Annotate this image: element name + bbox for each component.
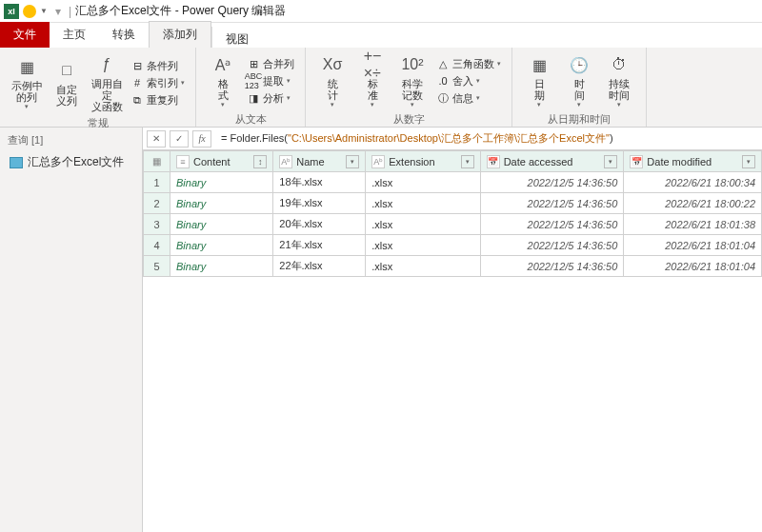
- filter-icon[interactable]: ▾: [604, 155, 617, 168]
- column-from-examples-button[interactable]: ▦示例中的列▾: [8, 51, 46, 114]
- ribbon-tabs: 文件 主页 转换 添加列 视图: [0, 23, 762, 48]
- cell-name[interactable]: 22年.xlsx: [273, 256, 366, 277]
- info-button[interactable]: ⓘ信息▾: [433, 90, 504, 107]
- cell-modified[interactable]: 2022/6/21 18:00:22: [624, 193, 762, 214]
- content-area: 查询 [1] 汇总多个Excel文件 ✕ ✓ fx = Folder.Files…: [0, 128, 762, 532]
- separator: ▾: [55, 5, 61, 18]
- query-name: 汇总多个Excel文件: [28, 154, 124, 170]
- face-icon[interactable]: [23, 5, 36, 18]
- filter-icon[interactable]: ▾: [346, 155, 359, 168]
- conditional-column-button[interactable]: ⊟条件列: [128, 58, 188, 74]
- trig-button[interactable]: △三角函数▾: [433, 56, 504, 72]
- time-button[interactable]: 🕒时间▾: [560, 51, 598, 110]
- cell-modified[interactable]: 2022/6/21 18:01:38: [624, 214, 762, 235]
- tab-home[interactable]: 主页: [50, 22, 99, 48]
- parse-button[interactable]: ◨分析▾: [244, 90, 297, 107]
- column-header-extension[interactable]: AᵇExtension▾: [366, 151, 480, 172]
- cell-name[interactable]: 20年.xlsx: [273, 214, 366, 235]
- cell-extension[interactable]: .xlsx: [366, 256, 480, 277]
- formula-bar: ✕ ✓ fx = Folder.Files("C:\Users\Administ…: [143, 128, 762, 150]
- query-item[interactable]: 汇总多个Excel文件: [8, 151, 134, 173]
- duplicate-column-button[interactable]: ⧉重复列: [128, 92, 188, 108]
- cell-content[interactable]: Binary: [170, 193, 273, 214]
- cell-accessed[interactable]: 2022/12/5 14:36:50: [480, 235, 624, 256]
- custom-column-button[interactable]: □自定义列: [48, 51, 86, 114]
- group-label: 从日期和时间: [520, 110, 638, 127]
- cell-accessed[interactable]: 2022/12/5 14:36:50: [480, 214, 624, 235]
- tab-view[interactable]: 视图: [211, 27, 262, 48]
- excel-icon: xI: [4, 4, 19, 19]
- cell-extension[interactable]: .xlsx: [366, 193, 480, 214]
- table-row[interactable]: 2Binary19年.xlsx.xlsx2022/12/5 14:36:5020…: [144, 193, 762, 214]
- qat-dropdown-icon[interactable]: ▼: [40, 7, 48, 15]
- table-row[interactable]: 5Binary22年.xlsx.xlsx2022/12/5 14:36:5020…: [144, 256, 762, 277]
- group-from-datetime: ▦日期▾ 🕒时间▾ ⏱持续时间▾ 从日期和时间: [512, 48, 647, 127]
- cell-modified[interactable]: 2022/6/21 18:01:04: [624, 256, 762, 277]
- row-number: 2: [144, 193, 170, 214]
- format-icon: Aᵃ: [211, 53, 234, 76]
- group-from-text: Aᵃ格式▾ ⊞合并列 ABC123提取▾ ◨分析▾ 从文本: [196, 48, 306, 127]
- group-from-number: Xσ统计▾ +−×÷标准▾ 10²科学记数▾ △三角函数▾ .0舍入▾ ⓘ信息▾…: [306, 48, 512, 127]
- trig-icon: △: [436, 57, 450, 70]
- cell-accessed[interactable]: 2022/12/5 14:36:50: [480, 256, 624, 277]
- cell-name[interactable]: 21年.xlsx: [273, 235, 366, 256]
- binary-type-icon: ≡: [176, 155, 190, 168]
- column-header-content[interactable]: ≡Content↕: [170, 151, 273, 172]
- table-row[interactable]: 4Binary21年.xlsx.xlsx2022/12/5 14:36:5020…: [144, 235, 762, 256]
- cancel-button[interactable]: ✕: [147, 130, 166, 148]
- table-row[interactable]: 3Binary20年.xlsx.xlsx2022/12/5 14:36:5020…: [144, 214, 762, 235]
- time-icon: 🕒: [568, 53, 591, 76]
- corner-cell[interactable]: ▦: [144, 151, 170, 172]
- column-header-name[interactable]: AᵇName▾: [273, 151, 366, 172]
- extract-button[interactable]: ABC123提取▾: [244, 73, 297, 89]
- expand-icon[interactable]: ↕: [253, 155, 267, 168]
- queries-pane: 查询 [1] 汇总多个Excel文件: [0, 128, 143, 532]
- merge-columns-button[interactable]: ⊞合并列: [244, 56, 297, 72]
- round-icon: .0: [436, 74, 450, 88]
- fx-icon[interactable]: fx: [192, 130, 211, 148]
- cell-modified[interactable]: 2022/6/21 18:00:34: [624, 172, 762, 193]
- cell-name[interactable]: 18年.xlsx: [273, 172, 366, 193]
- cell-extension[interactable]: .xlsx: [366, 214, 480, 235]
- cell-content[interactable]: Binary: [170, 256, 273, 277]
- confirm-button[interactable]: ✓: [170, 130, 189, 148]
- cell-content[interactable]: Binary: [170, 235, 273, 256]
- tab-transform[interactable]: 转换: [99, 22, 149, 48]
- filter-icon[interactable]: ▾: [461, 155, 474, 168]
- data-grid[interactable]: ▦ ≡Content↕ AᵇName▾ AᵇExtension▾ 📅Date a…: [143, 150, 762, 532]
- scientific-button[interactable]: 10²科学记数▾: [393, 51, 431, 110]
- date-button[interactable]: ▦日期▾: [520, 51, 558, 110]
- index-column-button[interactable]: #索引列▾: [128, 75, 188, 91]
- date-icon: ▦: [528, 53, 551, 76]
- standard-button[interactable]: +−×÷标准▾: [353, 51, 391, 110]
- index-icon: #: [130, 76, 144, 89]
- column-header-modified[interactable]: 📅Date modified▾: [624, 151, 762, 172]
- duration-button[interactable]: ⏱持续时间▾: [600, 51, 638, 110]
- std-icon: +−×÷: [361, 53, 384, 76]
- cell-content[interactable]: Binary: [170, 214, 273, 235]
- cell-modified[interactable]: 2022/6/21 18:01:04: [624, 235, 762, 256]
- tab-file[interactable]: 文件: [0, 22, 50, 48]
- format-button[interactable]: Aᵃ格式▾: [204, 51, 242, 110]
- sci-icon: 10²: [401, 53, 424, 76]
- cell-accessed[interactable]: 2022/12/5 14:36:50: [480, 193, 624, 214]
- merge-icon: ⊞: [247, 57, 260, 70]
- invoke-function-button[interactable]: ƒ调用自定义函数: [88, 51, 126, 114]
- cell-extension[interactable]: .xlsx: [366, 172, 480, 193]
- cell-extension[interactable]: .xlsx: [366, 235, 480, 256]
- text-type-icon: Aᵇ: [279, 155, 292, 168]
- cell-accessed[interactable]: 2022/12/5 14:36:50: [480, 172, 624, 193]
- cell-name[interactable]: 19年.xlsx: [273, 193, 366, 214]
- column-icon: ▦: [15, 55, 38, 78]
- statistics-button[interactable]: Xσ统计▾: [313, 51, 351, 110]
- tab-add-column[interactable]: 添加列: [149, 21, 211, 48]
- cell-content[interactable]: Binary: [170, 172, 273, 193]
- filter-icon[interactable]: ▾: [742, 155, 755, 168]
- column-header-accessed[interactable]: 📅Date accessed▾: [480, 151, 624, 172]
- row-number: 3: [144, 214, 170, 235]
- group-label: 从数字: [313, 110, 504, 127]
- rounding-button[interactable]: .0舍入▾: [433, 73, 504, 89]
- table-icon: [10, 157, 23, 168]
- table-row[interactable]: 1Binary18年.xlsx.xlsx2022/12/5 14:36:5020…: [144, 172, 762, 193]
- formula-input[interactable]: = Folder.Files("C:\Users\Administrator\D…: [215, 129, 758, 148]
